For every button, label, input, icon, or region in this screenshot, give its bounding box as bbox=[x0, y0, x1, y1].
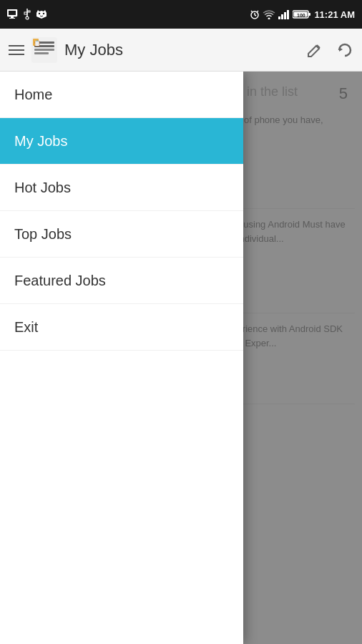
svg-rect-28 bbox=[34, 49, 54, 51]
svg-rect-20 bbox=[287, 10, 289, 19]
svg-text:📋: 📋 bbox=[34, 39, 41, 47]
svg-rect-3 bbox=[9, 18, 15, 19]
svg-rect-29 bbox=[34, 52, 49, 54]
hamburger-menu[interactable] bbox=[9, 45, 24, 55]
svg-rect-1 bbox=[9, 11, 16, 15]
navigation-drawer: Home My Jobs Hot Jobs Top Jobs Featured … bbox=[0, 72, 243, 644]
svg-rect-18 bbox=[281, 14, 283, 19]
toolbar-title: My Jobs bbox=[64, 41, 123, 59]
toolbar-left: 📋 My Jobs bbox=[9, 37, 123, 63]
svg-rect-17 bbox=[278, 16, 280, 19]
drawer-item-hotjobs[interactable]: Hot Jobs bbox=[0, 165, 243, 211]
svg-point-16 bbox=[268, 18, 270, 20]
display-icon bbox=[7, 9, 19, 19]
app-icon: 📋 bbox=[31, 37, 57, 63]
svg-line-13 bbox=[255, 15, 256, 16]
svg-line-15 bbox=[257, 11, 258, 12]
wifi-icon bbox=[263, 9, 275, 19]
edit-button[interactable] bbox=[306, 42, 323, 59]
svg-marker-8 bbox=[36, 10, 47, 19]
main-content: Search in the list 5 flexible working ho… bbox=[0, 72, 362, 644]
svg-point-9 bbox=[39, 13, 40, 14]
cat-icon bbox=[36, 9, 47, 19]
svg-marker-32 bbox=[339, 47, 343, 52]
battery-icon: 100 bbox=[293, 9, 311, 19]
drawer-item-exit[interactable]: Exit bbox=[0, 304, 243, 351]
status-icons-right: 100 11:21 AM bbox=[250, 9, 355, 20]
alarm-icon bbox=[250, 9, 260, 19]
drawer-item-myjobs[interactable]: My Jobs bbox=[0, 118, 243, 165]
svg-rect-2 bbox=[11, 16, 14, 18]
signal-icon bbox=[278, 9, 290, 19]
svg-line-14 bbox=[251, 11, 253, 12]
usb-icon bbox=[23, 9, 31, 20]
svg-point-10 bbox=[43, 13, 44, 14]
time-display: 11:21 AM bbox=[314, 9, 355, 20]
drawer-item-home[interactable]: Home bbox=[0, 72, 243, 118]
status-icons-left bbox=[7, 9, 47, 20]
status-bar: 100 11:21 AM bbox=[0, 0, 362, 29]
refresh-button[interactable] bbox=[336, 42, 353, 59]
toolbar-actions bbox=[306, 42, 353, 59]
drawer-item-featuredjobs[interactable]: Featured Jobs bbox=[0, 258, 243, 304]
drawer-item-topjobs[interactable]: Top Jobs bbox=[0, 211, 243, 258]
svg-text:100: 100 bbox=[297, 13, 305, 18]
svg-rect-19 bbox=[284, 12, 286, 19]
svg-rect-6 bbox=[28, 11, 30, 12]
svg-rect-22 bbox=[308, 13, 310, 16]
toolbar: 📋 My Jobs bbox=[0, 29, 362, 72]
